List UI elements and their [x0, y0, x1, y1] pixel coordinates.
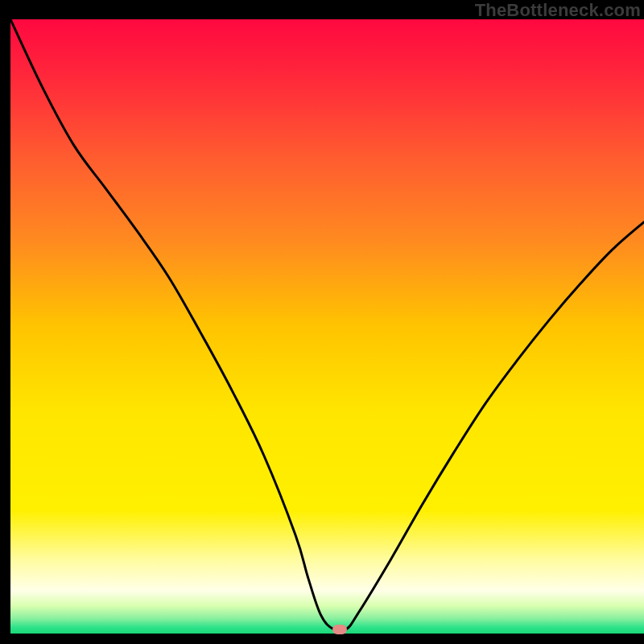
optimum-marker: [332, 625, 347, 634]
chart-frame: TheBottleneck.com: [10, 0, 644, 634]
gradient-background: [10, 19, 644, 634]
bottleneck-chart: [10, 19, 644, 634]
watermark-text: TheBottleneck.com: [475, 0, 641, 21]
